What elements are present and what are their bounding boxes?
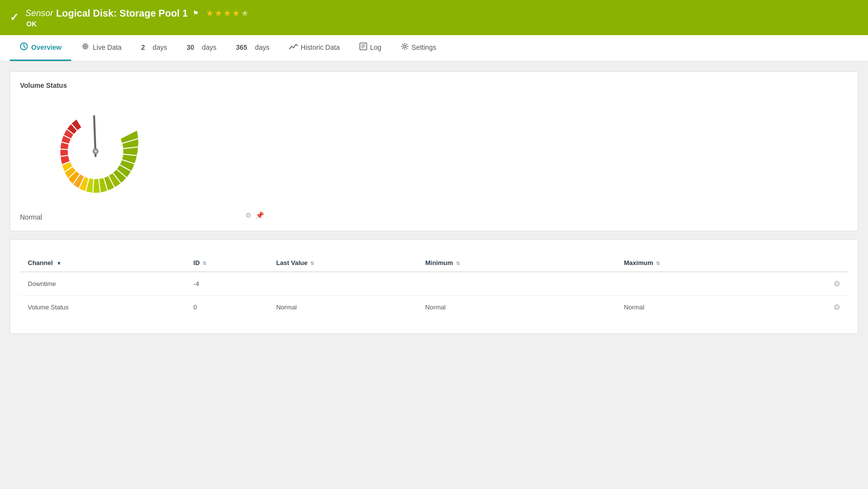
row1-maximum	[616, 272, 799, 296]
row2-action[interactable]: ⚙	[798, 296, 848, 319]
maximum-sort-icon: ⇅	[656, 261, 660, 266]
svg-point-6	[404, 45, 406, 48]
row2-minimum: Normal	[417, 296, 616, 319]
settings-icon	[401, 42, 409, 52]
table-row: Downtime -4 ⚙	[20, 272, 848, 296]
tab-2days[interactable]: 2 days	[131, 37, 177, 60]
sensor-label: Sensor	[25, 8, 53, 19]
row1-lastvalue	[268, 272, 417, 296]
gauge-status-label: Normal	[20, 213, 42, 221]
tab-settings-label: Settings	[412, 43, 436, 51]
col-id-label: ID	[194, 259, 200, 266]
col-header-action	[798, 254, 848, 272]
data-table-card: Channel ▼ ID ⇅ Last Value ⇅ Minimum ⇅	[10, 239, 858, 334]
star-rating[interactable]: ★ ★ ★ ★ ★	[206, 8, 249, 19]
overview-icon	[20, 42, 28, 53]
gauge-chart	[39, 95, 152, 207]
tab-2days-label: days	[153, 43, 167, 51]
nav-tabs: Overview Live Data 2 days 30 days 365 da…	[0, 35, 868, 61]
gauge-actions[interactable]: ⚙ 📌	[42, 211, 264, 219]
tab-365days[interactable]: 365 days	[226, 37, 279, 60]
tab-365days-label: days	[255, 43, 270, 51]
channels-table: Channel ▼ ID ⇅ Last Value ⇅ Minimum ⇅	[20, 254, 848, 319]
tab-365days-bold: 365	[236, 43, 247, 51]
col-maximum-label: Maximum	[624, 259, 653, 266]
gauge-wrapper	[39, 95, 152, 207]
gauge-pin-icon[interactable]: 📌	[256, 211, 264, 219]
tab-historic-data[interactable]: Historic Data	[279, 36, 350, 60]
row1-action[interactable]: ⚙	[798, 272, 848, 296]
log-icon	[359, 42, 367, 52]
table-row: Volume Status 0 Normal Normal Normal ⚙	[20, 296, 848, 319]
tab-live-data[interactable]: Live Data	[71, 35, 131, 61]
row2-lastvalue: Normal	[268, 296, 417, 319]
row2-channel: Volume Status	[20, 296, 186, 319]
col-lastvalue-label: Last Value	[276, 259, 307, 266]
row1-id: -4	[186, 272, 269, 296]
star-4: ★	[232, 8, 240, 19]
tab-live-data-label: Live Data	[93, 43, 121, 51]
minimum-sort-icon: ⇅	[456, 261, 460, 266]
tab-historic-data-label: Historic Data	[301, 43, 340, 51]
tab-log-label: Log	[370, 43, 381, 51]
col-header-channel[interactable]: Channel ▼	[20, 254, 186, 272]
table-body: Downtime -4 ⚙ Volume Status 0 Normal Nor…	[20, 272, 848, 319]
tab-30days-label: days	[202, 43, 217, 51]
gauge-gear-icon[interactable]: ⚙	[245, 211, 252, 219]
tab-overview[interactable]: Overview	[10, 35, 71, 61]
lastvalue-sort-icon: ⇅	[310, 261, 314, 266]
svg-point-10	[94, 150, 97, 153]
tab-log[interactable]: Log	[350, 36, 391, 61]
header-row1: Sensor Logical Disk: Storage Pool 1 ⚑ ★ …	[25, 8, 249, 19]
col-header-minimum[interactable]: Minimum ⇅	[417, 254, 616, 272]
table-header-row: Channel ▼ ID ⇅ Last Value ⇅ Minimum ⇅	[20, 254, 848, 272]
id-sort-icon: ⇅	[202, 261, 206, 266]
live-icon	[81, 42, 90, 53]
row2-maximum: Normal	[616, 296, 799, 319]
gauge-title: Volume Status	[20, 82, 848, 89]
gauge-container: Normal ⚙ 📌	[20, 95, 848, 221]
flag-icon[interactable]: ⚑	[193, 9, 199, 17]
row2-id: 0	[186, 296, 269, 319]
tab-overview-label: Overview	[31, 43, 61, 51]
check-icon: ✓	[10, 11, 19, 24]
tab-2days-bold: 2	[141, 43, 145, 51]
volume-status-card: Volume Status	[10, 71, 858, 231]
header-bar: ✓ Sensor Logical Disk: Storage Pool 1 ⚑ …	[0, 0, 868, 35]
col-header-id[interactable]: ID ⇅	[186, 254, 269, 272]
star-2: ★	[215, 8, 222, 19]
chart-icon	[289, 43, 298, 52]
row1-gear-icon[interactable]: ⚙	[833, 280, 840, 288]
tab-settings[interactable]: Settings	[391, 36, 446, 61]
tab-30days[interactable]: 30 days	[177, 37, 226, 60]
col-channel-label: Channel	[28, 259, 53, 266]
col-minimum-label: Minimum	[425, 259, 453, 266]
main-content: Volume Status	[0, 61, 868, 344]
star-3: ★	[223, 8, 231, 19]
svg-point-1	[84, 45, 86, 47]
sensor-title: Logical Disk: Storage Pool 1	[56, 8, 188, 19]
col-header-maximum[interactable]: Maximum ⇅	[616, 254, 799, 272]
star-5: ★	[241, 8, 249, 19]
col-header-lastvalue[interactable]: Last Value ⇅	[268, 254, 417, 272]
dropdown-arrow-icon: ▼	[57, 261, 61, 266]
row2-gear-icon[interactable]: ⚙	[833, 303, 840, 311]
header-info: Sensor Logical Disk: Storage Pool 1 ⚑ ★ …	[25, 8, 249, 28]
row1-minimum	[417, 272, 616, 296]
star-1: ★	[206, 8, 214, 19]
row1-channel: Downtime	[20, 272, 186, 296]
tab-30days-bold: 30	[187, 43, 195, 51]
header-status: OK	[26, 20, 249, 28]
